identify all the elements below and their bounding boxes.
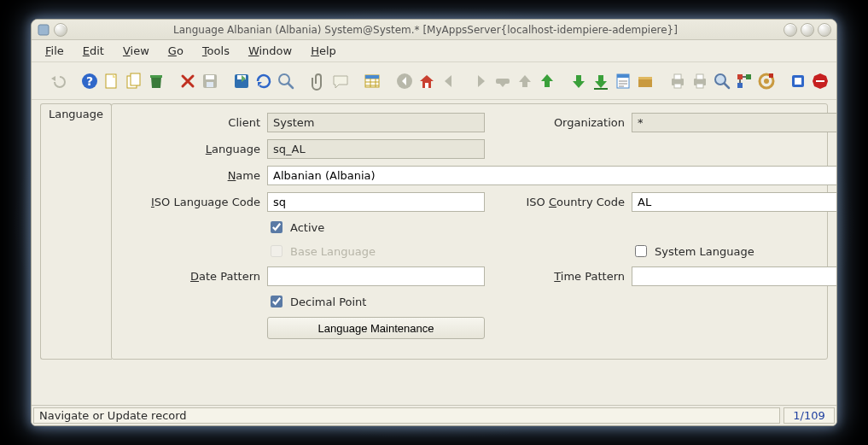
toolbar-report-icon[interactable] (614, 69, 632, 93)
toolbar-workflow-icon[interactable] (735, 69, 754, 93)
toolbar-trash-icon[interactable] (147, 69, 166, 93)
tab-language[interactable]: Language (40, 103, 112, 124)
titlebar-menu-button[interactable] (54, 23, 67, 37)
language-maintenance-button[interactable]: Language Maintenance (267, 317, 485, 339)
toolbar-copy-icon[interactable] (125, 69, 143, 93)
svg-rect-8 (206, 75, 214, 79)
body-area: Language Client System Organization * La… (32, 100, 836, 405)
menu-edit[interactable]: Edit (74, 42, 113, 60)
statusbar: Navigate or Update record 1/109 (32, 405, 836, 425)
window-title: Language Albanian (Albania) System@Syste… (67, 24, 784, 36)
label-active: Active (290, 221, 324, 234)
svg-rect-21 (598, 75, 603, 81)
svg-rect-16 (425, 83, 428, 88)
toolbar-last-icon (493, 69, 512, 93)
field-date-pattern[interactable] (267, 266, 485, 286)
close-window-button[interactable] (818, 23, 831, 37)
toolbar-find-icon[interactable] (277, 69, 295, 93)
toolbar-chat-icon[interactable] (331, 69, 350, 93)
svg-text:?: ? (86, 74, 93, 88)
panel-side-border (40, 123, 112, 360)
menu-tools[interactable]: Tools (194, 42, 238, 60)
menu-view[interactable]: View (114, 42, 158, 60)
toolbar-arrow-down-icon[interactable] (569, 69, 588, 93)
svg-rect-36 (737, 83, 743, 88)
field-time-pattern[interactable] (632, 266, 837, 286)
toolbar-process-icon[interactable] (757, 69, 776, 93)
toolbar-help-icon[interactable]: ? (80, 69, 99, 93)
svg-rect-26 (638, 77, 652, 79)
toolbar-arrow-up-icon[interactable] (538, 69, 556, 93)
label-system-language: System Language (655, 245, 754, 258)
toolbar-zoom-icon[interactable] (713, 69, 731, 93)
field-iso-country[interactable] (632, 192, 837, 212)
checkbox-decimal-point[interactable] (271, 296, 283, 307)
field-name[interactable] (267, 166, 837, 185)
svg-rect-20 (576, 75, 581, 81)
toolbar-back-icon (395, 69, 414, 93)
toolbar-new-icon[interactable] (102, 69, 121, 93)
checkbox-system-language-row: System Language (632, 243, 837, 260)
svg-rect-9 (207, 82, 213, 87)
field-language-code: sq_AL (267, 139, 485, 159)
field-iso-language[interactable] (267, 192, 485, 212)
svg-rect-0 (38, 25, 49, 35)
toolbar-prev-icon (440, 69, 458, 93)
svg-rect-41 (795, 78, 801, 85)
toolbar-delete-x-icon[interactable] (178, 69, 197, 93)
svg-rect-6 (150, 75, 162, 78)
svg-rect-39 (769, 73, 773, 78)
checkbox-decimal-point-row: Decimal Point (267, 293, 485, 310)
toolbar-down-icon[interactable] (591, 69, 610, 93)
toolbar-refresh-icon[interactable] (232, 69, 251, 93)
toolbar-save-icon (201, 69, 219, 93)
checkbox-base-language-row: Base Language (267, 243, 485, 260)
toolbar-product-icon[interactable] (789, 69, 807, 93)
label-client: Client (125, 116, 262, 129)
svg-rect-5 (131, 73, 140, 85)
toolbar-attach-icon[interactable] (309, 69, 328, 93)
svg-rect-19 (545, 81, 550, 87)
label-base-language: Base Language (290, 245, 376, 258)
menu-window[interactable]: Window (240, 42, 300, 60)
checkbox-system-language[interactable] (635, 245, 647, 257)
status-position: 1/109 (784, 407, 835, 424)
toolbar-grid-icon[interactable] (363, 69, 382, 93)
menu-help[interactable]: Help (302, 42, 345, 60)
maximize-button[interactable] (801, 23, 814, 37)
toolbar-next-icon (471, 69, 490, 93)
svg-rect-22 (594, 88, 608, 90)
label-date-pattern: Date Pattern (125, 270, 262, 283)
label-name: Name (125, 169, 262, 182)
checkbox-active[interactable] (271, 221, 283, 233)
menu-file[interactable]: File (37, 42, 73, 60)
field-organization: * (632, 113, 837, 132)
label-decimal-point: Decimal Point (290, 296, 366, 308)
svg-rect-43 (816, 80, 824, 82)
application-window: Language Albanian (Albania) System@Syste… (31, 19, 837, 426)
field-client: System (267, 113, 485, 132)
minimize-button[interactable] (784, 23, 797, 37)
label-iso-language: ISO Language Code (125, 196, 262, 208)
label-organization: Organization (490, 116, 626, 129)
checkbox-active-row: Active (267, 219, 485, 236)
svg-rect-24 (617, 74, 629, 78)
toolbar-print-icon (690, 69, 709, 93)
toolbar-print-all-icon (668, 69, 687, 93)
svg-rect-28 (674, 74, 681, 79)
svg-rect-35 (746, 74, 751, 79)
toolbar-requery-icon[interactable] (254, 69, 273, 93)
tab-label: Language (49, 108, 103, 120)
toolbar-archive-icon[interactable] (636, 69, 655, 93)
toolbar-exit-icon[interactable] (811, 69, 830, 93)
toolbar-up-icon (516, 69, 534, 93)
label-iso-country: ISO Country Code (490, 196, 626, 208)
checkbox-base-language (271, 245, 283, 257)
menubar: File Edit View Go Tools Window Help (32, 40, 836, 62)
svg-rect-29 (674, 84, 681, 88)
menu-go[interactable]: Go (160, 42, 192, 60)
toolbar-home-icon[interactable] (417, 69, 436, 93)
toolbar-undo-icon (48, 69, 67, 93)
svg-rect-34 (737, 74, 743, 79)
svg-point-38 (764, 79, 769, 84)
